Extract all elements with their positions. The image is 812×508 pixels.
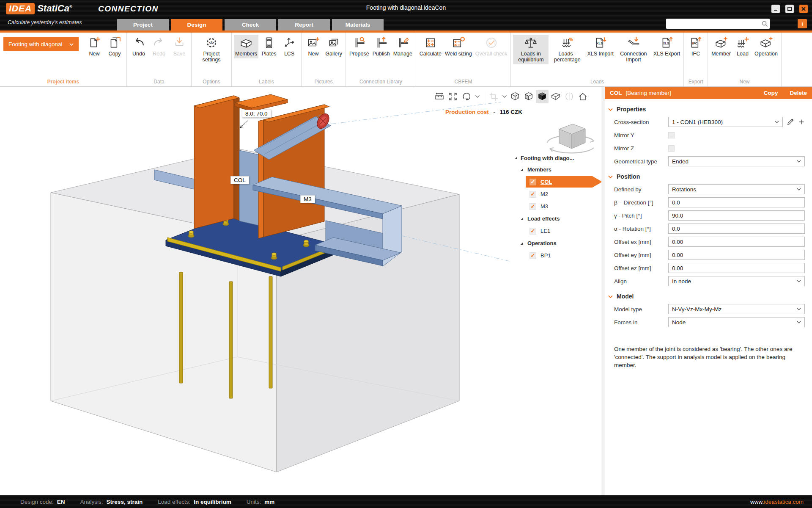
maximize-button[interactable] (785, 5, 794, 13)
view-chevron-button[interactable] (474, 90, 481, 103)
add-icon[interactable] (798, 119, 805, 125)
view-cube-solid-button[interactable] (536, 90, 549, 103)
link-domain: ideastatica.com (764, 499, 804, 505)
checkbox-checked-icon[interactable]: ✓ (529, 228, 536, 235)
mirror-z-checkbox[interactable] (668, 145, 675, 152)
loads-in-equilibrium-button[interactable]: Loads in equilibrium (513, 35, 549, 64)
model-type-select[interactable]: N-Vy-Vz-Mx-My-Mz (668, 304, 805, 314)
tab-design[interactable]: Design (171, 19, 222, 30)
tab-project[interactable]: Project (117, 19, 169, 30)
forces-in-select[interactable]: Node (668, 317, 805, 327)
xls-export-button[interactable]: XLSXLS Export (652, 35, 681, 58)
lcs-button[interactable]: LCS (280, 35, 299, 58)
project-item-dropdown[interactable]: Footing with diagonal (3, 37, 79, 51)
checkbox-checked-icon[interactable]: ✓ (529, 179, 536, 185)
tree-item-bp1[interactable]: ✓BP1 (514, 249, 601, 262)
publish-button[interactable]: Publish (371, 35, 391, 58)
xls-import-button[interactable]: XLSXLS Import (586, 35, 615, 58)
search-input[interactable] (666, 19, 760, 29)
copy-button[interactable]: Copy (105, 35, 124, 58)
tree-section-load-effects[interactable]: Load effects (514, 213, 601, 225)
load-plus-icon (736, 36, 749, 50)
redo-button[interactable]: Redo (149, 35, 169, 58)
3d-viewport[interactable]: Production cost - 116 CZK 8.0; 70.0 COL … (0, 87, 601, 495)
save-button[interactable]: Save (170, 35, 189, 58)
tab-check[interactable]: Check (225, 19, 276, 30)
view-cube-hidden-button[interactable] (522, 90, 535, 103)
offset-ez-mm-input[interactable]: 0.00 (668, 263, 805, 273)
loads-percentage-button[interactable]: %Loads - percentage (549, 35, 585, 64)
svg-text:XLS: XLS (596, 41, 603, 45)
calculate-button[interactable]: Calculate (418, 35, 443, 58)
tree-item-col[interactable]: ✓COL (514, 176, 601, 188)
field-value: 0.00 (672, 265, 683, 271)
edit-icon[interactable] (787, 118, 794, 126)
mirror-y-checkbox[interactable] (668, 132, 675, 138)
overall-check-button[interactable]: Overall check (474, 35, 509, 58)
view-chevron-button[interactable] (501, 90, 508, 103)
tree-item-m2[interactable]: ✓M2 (514, 188, 601, 200)
ifc-button[interactable]: IFCIFC (686, 35, 705, 58)
tab-materials[interactable]: Materials (332, 19, 384, 30)
search-box[interactable] (666, 19, 770, 29)
view-rotate-button[interactable] (460, 90, 473, 103)
load-button[interactable]: Load (733, 35, 752, 58)
website-link[interactable]: www.ideastatica.com (750, 499, 804, 505)
tree-item-le1[interactable]: ✓LE1 (514, 225, 601, 237)
offset-ey-mm-input[interactable]: 0.00 (668, 250, 805, 260)
section-header-position[interactable]: Position (608, 173, 812, 180)
offset-ex-mm-input[interactable]: 0.00 (668, 237, 805, 247)
section-header-properties[interactable]: Properties (608, 106, 812, 113)
property-label: Offset ez [mm] (614, 265, 668, 271)
view-home-button[interactable] (576, 90, 589, 103)
view-cube-clip-button[interactable] (549, 90, 562, 103)
checkbox-checked-icon[interactable]: ✓ (529, 252, 536, 259)
plates-button[interactable]: Plates (259, 35, 279, 58)
status-label: Design code: (20, 499, 54, 505)
view-ruler-button[interactable] (433, 90, 446, 103)
pitch-input[interactable]: 90.0 (668, 210, 805, 221)
view-mirror-button[interactable] (563, 90, 576, 103)
gallery-button[interactable]: Gallery (324, 35, 343, 58)
weld-sizing-button[interactable]: Weld sizing (444, 35, 473, 58)
geometrical-type-select[interactable]: Ended (668, 156, 805, 166)
new-button[interactable]: New (85, 35, 104, 58)
view-cube-wire-button[interactable] (509, 90, 521, 103)
chevron-down-icon (69, 41, 74, 47)
minimize-button[interactable] (771, 5, 780, 13)
checkbox-checked-icon[interactable]: ✓ (529, 203, 536, 210)
operation-button[interactable]: Operation (753, 35, 779, 58)
tree-section-operations[interactable]: Operations (514, 237, 601, 249)
members-button[interactable]: Members (234, 35, 258, 58)
ribbon-button-label: Member (711, 51, 731, 57)
3d-scene[interactable] (0, 87, 601, 495)
defined-by-select[interactable]: Rotations (668, 184, 805, 194)
tree-item-m3[interactable]: ✓M3 (514, 200, 601, 213)
orbit-widget[interactable] (547, 124, 594, 153)
ribbon-button-label: Copy (108, 51, 121, 57)
checkbox-checked-icon[interactable]: ✓ (529, 191, 536, 198)
property-row-model-type: Model typeN-Vy-Vz-Mx-My-Mz (614, 304, 805, 314)
tree-root[interactable]: Footing with diago... (514, 152, 601, 163)
project-settings-button[interactable]: </>Project settings (194, 35, 229, 64)
member-button[interactable]: Member (710, 35, 732, 58)
new-button[interactable]: New (304, 35, 323, 58)
cross-section-select[interactable]: 1 - CON1 (HEB300) (668, 117, 783, 127)
connection-import-button[interactable]: Connection Import (616, 35, 651, 64)
delete-button[interactable]: Delete (790, 90, 807, 96)
direction-input[interactable]: 0.0 (668, 197, 805, 207)
align-select[interactable]: In node (668, 276, 805, 286)
rotation-input[interactable]: 0.0 (668, 224, 805, 234)
manage-button[interactable]: Manage (392, 35, 414, 58)
section-header-model[interactable]: Model (608, 293, 812, 300)
status-value: In equilibrium (194, 499, 231, 505)
tree-section-members[interactable]: Members (514, 163, 601, 176)
close-button[interactable] (799, 5, 808, 13)
undo-button[interactable]: Undo (129, 35, 148, 58)
propose-button[interactable]: Propose (348, 35, 370, 58)
copy-button[interactable]: Copy (764, 90, 778, 96)
tab-report[interactable]: Report (278, 19, 330, 30)
view-fit-button[interactable] (447, 90, 459, 103)
info-button[interactable]: i (798, 19, 807, 28)
view-crop-button[interactable] (487, 90, 500, 103)
